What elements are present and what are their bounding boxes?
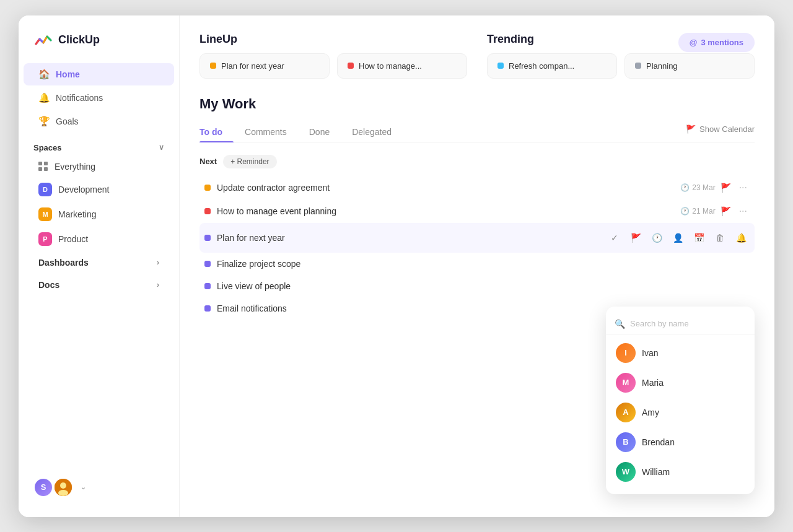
at-icon: @ [690, 38, 698, 47]
task-date-0: 🕐 23 Mar [680, 183, 715, 192]
space-product-label: Product [58, 234, 88, 244]
task-clock-icon[interactable]: 🕐 [648, 229, 665, 246]
lineup-title: LineUp [199, 33, 467, 46]
lineup-card-1[interactable]: How to manage... [337, 53, 467, 79]
task-dot-5 [204, 305, 211, 312]
nav-docs[interactable]: Docs › [24, 274, 174, 295]
nav-notifications-label: Notifications [56, 93, 103, 103]
lineup-cards: Plan for next year How to manage... [199, 53, 467, 79]
avatar-william: W [616, 462, 636, 482]
reminder-button[interactable]: + Reminder [223, 155, 276, 168]
lineup-card-dot-0 [210, 63, 216, 69]
lineup-card-0[interactable]: Plan for next year [199, 53, 330, 79]
task-meta-1: 🕐 21 Mar 🚩 ··· [680, 206, 750, 217]
top-row: LineUp Plan for next year How to manage.… [199, 33, 755, 79]
sidebar: ClickUp 🏠 Home 🔔 Notifications 🏆 Goals S… [19, 15, 180, 517]
task-calendar-icon[interactable]: 📅 [690, 229, 708, 246]
task-row-1[interactable]: How to manage event planning 🕐 21 Mar 🚩 … [199, 199, 755, 223]
logo-text: ClickUp [58, 33, 100, 46]
next-row: Next + Reminder [199, 155, 755, 168]
spaces-chevron-icon[interactable]: ∨ [159, 143, 164, 152]
task-name-2: Plan for next year [217, 233, 600, 243]
task-row-3[interactable]: Finalize project scope [199, 253, 755, 275]
nav-goals-label: Goals [56, 116, 79, 126]
dashboards-chevron-icon: › [157, 258, 159, 267]
task-dot-4 [204, 283, 211, 289]
trending-card-label-0: Refresh compan... [509, 61, 574, 71]
lineup-card-dot-1 [348, 63, 354, 69]
search-input[interactable] [630, 319, 746, 328]
svg-point-2 [58, 490, 68, 496]
task-dot-1 [204, 208, 211, 214]
sidebar-item-product[interactable]: P Product [24, 227, 174, 251]
task-bell-icon[interactable]: 🔔 [732, 229, 750, 246]
avatar-s[interactable]: S [33, 477, 53, 497]
dropdown-user-william[interactable]: W William [606, 457, 755, 487]
task-person-icon[interactable]: 👤 [669, 229, 686, 246]
task-name-4: Live view of people [217, 281, 750, 291]
user-menu-chevron-icon[interactable]: ⌄ [81, 483, 86, 491]
tab-delegated[interactable]: Delegated [341, 122, 403, 142]
my-work-title: My Work [199, 96, 755, 112]
user-amy-name: Amy [642, 408, 659, 417]
clock-icon-1: 🕐 [680, 207, 690, 216]
nav-goals[interactable]: 🏆 Goals [24, 110, 174, 133]
task-trash-icon[interactable]: 🗑 [711, 229, 729, 246]
show-calendar-button[interactable]: 🚩 Show Calendar [686, 124, 755, 139]
app-container: ClickUp 🏠 Home 🔔 Notifications 🏆 Goals S… [19, 15, 774, 517]
dropdown-user-maria[interactable]: M Maria [606, 368, 755, 398]
dropdown-user-amy[interactable]: A Amy [606, 398, 755, 427]
trending-card-1[interactable]: Planning [624, 53, 755, 79]
user-brendan-name: Brendan [642, 437, 675, 447]
trending-cards: Refresh compan... Planning [487, 53, 755, 79]
task-dot-2 [204, 235, 211, 241]
main-content: @ 3 mentions LineUp Plan for next year H… [180, 15, 774, 517]
nav-home[interactable]: 🏠 Home [24, 63, 174, 85]
show-calendar-label: Show Calendar [699, 124, 755, 134]
tab-todo[interactable]: To do [199, 122, 234, 142]
space-everything-label: Everything [55, 162, 95, 172]
user-ivan-name: Ivan [642, 348, 658, 358]
dropdown-user-brendan[interactable]: B Brendan [606, 427, 755, 457]
sidebar-item-everything[interactable]: Everything [24, 157, 174, 177]
task-row-2[interactable]: Plan for next year ✓ 🚩 🕐 👤 📅 🗑 🔔 [199, 223, 755, 253]
docs-label: Docs [38, 280, 59, 290]
space-development-label: Development [58, 185, 110, 194]
trending-card-dot-0 [497, 63, 504, 69]
clock-icon-0: 🕐 [680, 183, 690, 192]
nav-dashboards[interactable]: Dashboards › [24, 252, 174, 273]
avatar-brendan: B [616, 432, 636, 452]
task-meta-0: 🕐 23 Mar 🚩 ··· [680, 182, 750, 193]
my-work-tabs: To do Comments Done Delegated 🚩 Show Cal… [199, 122, 755, 142]
product-badge: P [38, 232, 52, 246]
user-william-name: William [642, 467, 670, 477]
task-name-3: Finalize project scope [217, 259, 750, 269]
trending-card-0[interactable]: Refresh compan... [487, 53, 617, 79]
tab-comments[interactable]: Comments [234, 122, 298, 142]
mentions-label: 3 mentions [701, 38, 743, 47]
avatar-photo-b [55, 479, 72, 496]
sidebar-item-marketing[interactable]: M Marketing [24, 203, 174, 226]
sidebar-item-development[interactable]: D Development [24, 178, 174, 201]
task-date-1: 🕐 21 Mar [680, 207, 715, 216]
task-more-0[interactable]: ··· [737, 182, 750, 193]
task-dot-0 [204, 185, 211, 191]
dropdown-user-ivan[interactable]: I Ivan [606, 338, 755, 368]
mentions-button[interactable]: @ 3 mentions [678, 33, 755, 52]
avatar-b[interactable] [53, 477, 73, 497]
tab-done[interactable]: Done [298, 122, 341, 142]
trending-card-label-1: Planning [646, 61, 678, 71]
avatar-ivan: I [616, 343, 636, 363]
trending-card-dot-1 [635, 63, 641, 69]
task-row-4[interactable]: Live view of people [199, 275, 755, 297]
task-list: Update contractor agreement 🕐 23 Mar 🚩 ·… [199, 176, 755, 320]
bell-icon: 🔔 [38, 92, 50, 103]
task-row-0[interactable]: Update contractor agreement 🕐 23 Mar 🚩 ·… [199, 176, 755, 199]
task-more-1[interactable]: ··· [737, 206, 750, 217]
task-check-icon[interactable]: ✓ [606, 229, 623, 246]
task-flag-icon[interactable]: 🚩 [627, 229, 644, 246]
task-name-0: Update contractor agreement [217, 183, 674, 193]
nav-notifications[interactable]: 🔔 Notifications [24, 87, 174, 109]
dashboards-label: Dashboards [38, 258, 89, 268]
logo-area: ClickUp [19, 30, 179, 63]
